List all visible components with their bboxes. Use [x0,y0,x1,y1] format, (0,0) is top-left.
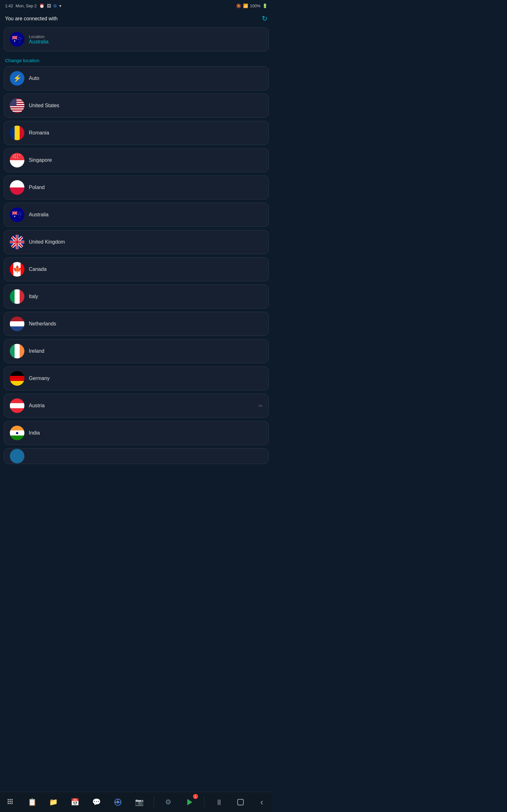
flag-poland [10,180,24,195]
date: Mon, Sep 2 [15,3,37,8]
wifi-icon: 📶 [243,3,248,8]
alarm-icon: ⏰ [39,3,44,8]
location-item-partial[interactable] [4,448,269,464]
location-item-united-kingdom[interactable]: United Kingdom [4,230,269,254]
location-item-singapore[interactable]: ☽ ✦✦✦✦✦ Singapore [4,148,269,172]
location-item-auto[interactable]: ⚡ Auto [4,66,269,90]
location-item-germany[interactable]: Germany [4,366,269,391]
location-name-austria: Austria [29,403,45,409]
location-name: Australia [29,39,49,45]
flag-netherlands [10,316,24,331]
location-name-germany: Germany [29,375,50,381]
location-item-ireland[interactable]: Ireland [4,339,269,363]
location-item-netherlands[interactable]: Netherlands [4,312,269,336]
location-item-romania[interactable]: Romania [4,121,269,145]
location-name-uk: United Kingdom [29,239,65,245]
flag-auto: ⚡ [10,71,24,86]
photo-icon: 🖼 [47,3,51,8]
flag-australia [10,207,24,222]
svg-rect-6 [10,241,24,243]
current-flag [10,32,24,47]
flag-italy [10,289,24,304]
location-name-poland: Poland [29,185,45,190]
location-item-poland[interactable]: Poland [4,175,269,200]
location-info: Location Australia [29,34,49,45]
flag-india [10,426,24,440]
location-item-austria[interactable]: Austria ✏ [4,394,269,418]
location-name-singapore: Singapore [29,157,52,163]
refresh-button[interactable]: ↻ [262,14,268,23]
battery-icon: 🔋 [262,3,268,8]
battery-text: 100% [250,3,261,8]
flag-austria [10,398,24,413]
flag-ireland [10,344,24,358]
location-name-auto: Auto [29,75,39,81]
flag-canada [10,262,24,276]
change-location-label: Change location [0,56,273,66]
flag-partial [10,449,24,463]
location-name-italy: Italy [29,294,38,299]
location-item-australia[interactable]: Australia [4,203,269,227]
arrow-down-icon: ▾ [59,3,61,8]
flag-romania [10,125,24,140]
location-name-ireland: Ireland [29,348,44,354]
location-item-united-states[interactable]: United States [4,94,269,118]
time: 1:42 [5,3,13,8]
location-list: ⚡ Auto United States Romania ☽ ✦✦✦✦✦ Sin… [0,66,273,464]
location-name-us: United States [29,103,59,108]
flag-germany [10,371,24,386]
status-bar-right: 🔕 📶 100% 🔋 [236,3,268,8]
location-item-india[interactable]: India [4,421,269,445]
location-name-netherlands: Netherlands [29,321,56,327]
mute-icon: 🔕 [236,3,241,8]
flag-us [10,98,24,113]
edit-icon[interactable]: ✏ [259,403,263,409]
status-bar-left: 1:42 Mon, Sep 2 ⏰ 🖼 G ▾ [5,3,61,8]
location-name-canada: Canada [29,266,47,272]
location-item-italy[interactable]: Italy [4,285,269,309]
location-item-canada[interactable]: Canada [4,257,269,281]
flag-uk [10,235,24,249]
connected-header: You are connected with ↻ [0,11,273,26]
google-icon: G [54,3,57,8]
location-label: Location [29,34,49,39]
current-location-card[interactable]: Location Australia [4,27,269,51]
connected-text: You are connected with [5,16,58,21]
location-name-australia: Australia [29,212,49,217]
location-name-romania: Romania [29,130,49,136]
location-name-india: India [29,430,40,436]
flag-singapore: ☽ ✦✦✦✦✦ [10,153,24,167]
status-bar: 1:42 Mon, Sep 2 ⏰ 🖼 G ▾ 🔕 📶 100% 🔋 [0,0,273,11]
